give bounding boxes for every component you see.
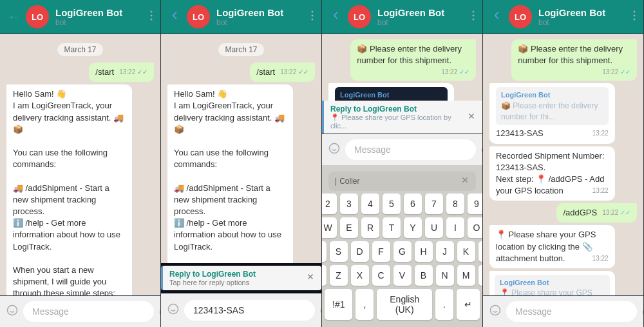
nested-quote: LogiGreen Bot 📦 Please enter the deliver… xyxy=(496,87,609,125)
chat-header: LO LogiGreen Bot bot xyxy=(483,0,643,34)
key-T[interactable]: T xyxy=(383,217,401,238)
message-input[interactable] xyxy=(506,301,637,322)
key-W[interactable]: W xyxy=(322,217,337,238)
svg-point-8 xyxy=(312,14,314,16)
message-time: 13:22 ✓✓ xyxy=(441,68,469,77)
key-space[interactable]: English (UK) xyxy=(377,289,432,320)
key-X[interactable]: X xyxy=(351,265,369,286)
message-time: 13:22 xyxy=(592,129,609,138)
key-L[interactable]: L xyxy=(478,241,484,262)
key-Y[interactable]: Y xyxy=(404,217,422,238)
svg-point-2 xyxy=(151,18,153,20)
bot-name: LogiGreen Bot xyxy=(55,7,144,18)
nested-incoming-message: LogiGreen Bot 📦 Please enter the deliver… xyxy=(328,83,454,101)
svg-point-28 xyxy=(634,18,636,20)
key-F[interactable]: F xyxy=(372,241,390,262)
incoming-message: Recorded Shipment Number: 123413-SAS. Ne… xyxy=(489,146,615,201)
bot-status: bot xyxy=(216,18,305,27)
key-V[interactable]: V xyxy=(393,265,412,286)
key-Z[interactable]: Z xyxy=(330,265,348,286)
incoming-message: Hello Sam! 👋 I am LogiGreenTrack, your d… xyxy=(6,84,132,295)
key-C[interactable]: C xyxy=(372,265,390,286)
reply-close-button[interactable] xyxy=(306,272,315,284)
key-B[interactable]: B xyxy=(415,265,433,286)
key-8[interactable]: 8 xyxy=(446,193,464,214)
more-icon[interactable] xyxy=(311,10,314,25)
avatar: LO xyxy=(26,5,49,28)
emoji-icon[interactable] xyxy=(489,304,501,319)
keyboard: | Coller 1234567890 QWERTYUIOP ASDFGHJKL… xyxy=(322,165,482,327)
key-K[interactable]: K xyxy=(457,241,475,262)
back-button[interactable] xyxy=(491,10,502,25)
emoji-icon[interactable] xyxy=(167,303,179,318)
message-text: 123413-SAS xyxy=(496,128,544,138)
header-info: LogiGreen Bot bot xyxy=(216,7,305,27)
chat-panel-3: LO LogiGreen Bot bot 📦 Please enter the … xyxy=(322,0,483,327)
coller-close[interactable] xyxy=(460,175,469,187)
key-E[interactable]: E xyxy=(340,217,358,238)
key-enter[interactable]: ↵ xyxy=(457,289,480,320)
header-info: LogiGreen Bot bot xyxy=(55,7,144,27)
key-M[interactable]: M xyxy=(457,265,475,286)
reply-bar[interactable]: Reply to LogiGreen Bot 📍 Please share yo… xyxy=(322,101,482,134)
key-6[interactable]: 6 xyxy=(404,193,422,214)
key-U[interactable]: U xyxy=(425,217,443,238)
key-A[interactable]: A xyxy=(322,241,327,262)
svg-point-26 xyxy=(634,10,636,12)
avatar: LO xyxy=(509,5,532,28)
message-text: /start xyxy=(256,67,275,77)
key-shift[interactable]: ⇧ xyxy=(322,265,327,286)
key-4[interactable]: 4 xyxy=(361,193,379,214)
key-period[interactable]: . xyxy=(435,289,453,320)
emoji-icon[interactable] xyxy=(6,304,18,319)
outgoing-message: 📦 Please enter the delivery number for t… xyxy=(511,39,637,81)
more-icon[interactable] xyxy=(472,10,475,25)
reply-bar[interactable]: Reply to LogiGreen Bot Tap here for repl… xyxy=(161,266,321,290)
back-button[interactable]: ← xyxy=(8,10,19,24)
key-J[interactable]: J xyxy=(436,241,454,262)
svg-point-16 xyxy=(473,14,475,16)
message-time: 13:22 xyxy=(592,254,609,263)
key-R[interactable]: R xyxy=(361,217,379,238)
reply-close-button[interactable] xyxy=(467,112,476,123)
svg-point-27 xyxy=(634,14,636,16)
key-O[interactable]: O xyxy=(468,217,483,238)
svg-point-20 xyxy=(330,143,339,153)
more-icon[interactable] xyxy=(150,10,153,25)
more-icon[interactable] xyxy=(633,10,636,25)
key-I[interactable]: I xyxy=(446,217,464,238)
emoji-icon[interactable] xyxy=(328,143,340,157)
key-S[interactable]: S xyxy=(330,241,348,262)
key-D[interactable]: D xyxy=(351,241,369,262)
chat-panel-2: LO LogiGreen Bot bot March 17 /start 13:… xyxy=(161,0,322,327)
key-3[interactable]: 3 xyxy=(340,193,358,214)
key-7[interactable]: 7 xyxy=(425,193,443,214)
chat-body: 📦 Please enter the delivery number for t… xyxy=(322,34,482,101)
key-N[interactable]: N xyxy=(436,265,454,286)
key-5[interactable]: 5 xyxy=(383,193,401,214)
key-special[interactable]: !#1 xyxy=(325,289,352,320)
chat-input-area xyxy=(483,295,643,327)
message-time: 13:22 ✓✓ xyxy=(280,68,308,77)
message-text: Hello Sam! 👋 I am LogiGreenTrack, your d… xyxy=(174,89,285,263)
key-H[interactable]: H xyxy=(415,241,433,262)
outgoing-message: /addGPS 13:22 ✓✓ xyxy=(556,203,637,223)
message-text: Recorded Shipment Number: 123413-SAS. Ne… xyxy=(496,151,604,196)
back-button[interactable] xyxy=(169,10,180,25)
message-input[interactable] xyxy=(23,301,154,322)
date-divider: March 17 xyxy=(218,43,263,56)
back-button[interactable] xyxy=(330,10,341,25)
nested-quote: LogiGreen Bot 📍 Please share your GPS lo… xyxy=(495,275,610,295)
key-2[interactable]: 2 xyxy=(322,193,337,214)
svg-point-1 xyxy=(151,14,153,16)
nested-text: 📦 Please enter the delivery number for t… xyxy=(501,101,603,123)
key-comma[interactable]: , xyxy=(355,289,374,320)
key-G[interactable]: G xyxy=(393,241,412,262)
key-backspace[interactable]: ⌫ xyxy=(478,265,484,286)
message-input[interactable] xyxy=(184,300,315,321)
reply-to-name: Reply to LogiGreen Bot xyxy=(169,270,306,279)
nested-incoming-message: LogiGreen Bot 📦 Please enter the deliver… xyxy=(489,83,615,143)
message-input[interactable] xyxy=(345,139,476,160)
outgoing-message: 📦 Please enter the delivery number for t… xyxy=(350,39,476,81)
key-9[interactable]: 9 xyxy=(468,193,483,214)
